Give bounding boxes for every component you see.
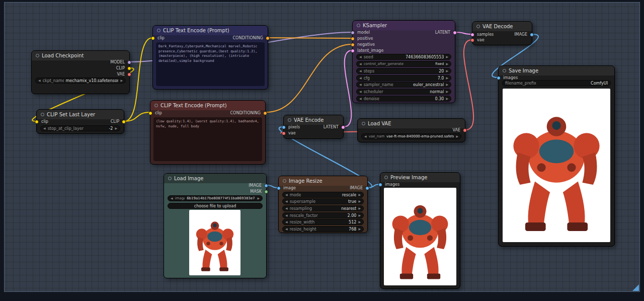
node-vae-encode[interactable]: VAE Encode pixels vae LATENT xyxy=(283,115,344,139)
node-header[interactable]: CLIP Text Encode (Prompt) xyxy=(150,101,265,110)
node-header[interactable]: Load Image xyxy=(164,174,266,183)
clip-output-port[interactable] xyxy=(127,66,131,70)
node-preview-image[interactable]: Preview Image images xyxy=(380,172,460,289)
resize-width-widget[interactable]: ◀ resize_width 512 ▶ xyxy=(282,219,364,225)
rescale-factor-widget[interactable]: ◀ rescale_factor 2.00 ▶ xyxy=(282,212,364,218)
sampler-name-widget[interactable]: ◀ sampler_name euler_ancestral ▶ xyxy=(356,82,451,88)
vae-output-port[interactable] xyxy=(127,72,131,77)
clip-input-port[interactable] xyxy=(148,111,152,115)
node-vae-decode[interactable]: VAE Decode samples vae IMAGE xyxy=(472,21,532,45)
arrow-right-icon[interactable]: ▶ xyxy=(358,226,361,232)
collapse-dot-icon[interactable] xyxy=(154,104,158,107)
arrow-right-icon[interactable]: ▶ xyxy=(120,78,123,84)
vae-output-port[interactable] xyxy=(463,128,467,132)
mask-output-port[interactable] xyxy=(264,190,268,194)
conditioning-output-port[interactable] xyxy=(266,36,270,40)
arrow-left-icon[interactable]: ◀ xyxy=(285,226,288,232)
arrow-left-icon[interactable]: ◀ xyxy=(364,133,367,139)
vae-input-port[interactable] xyxy=(470,38,474,42)
images-input-port[interactable] xyxy=(497,76,501,80)
arrow-left-icon[interactable]: ◀ xyxy=(359,75,362,81)
collapse-dot-icon[interactable] xyxy=(288,118,291,122)
steps-widget[interactable]: ◀ steps 20 ▶ xyxy=(356,68,451,74)
arrow-left-icon[interactable]: ◀ xyxy=(285,212,288,218)
resize-handle-icon[interactable] xyxy=(632,284,639,291)
arrow-right-icon[interactable]: ▶ xyxy=(358,192,361,198)
denoise-widget[interactable]: ◀ denoise 0.30 ▶ xyxy=(356,96,451,102)
arrow-left-icon[interactable]: ◀ xyxy=(285,219,288,225)
arrow-right-icon[interactable]: ▶ xyxy=(115,125,117,131)
node-header[interactable]: Image Resize xyxy=(279,176,367,186)
arrow-left-icon[interactable]: ◀ xyxy=(359,89,362,95)
node-load-image[interactable]: Load Image IMAGE MASK ◀ image 6b19a14b17… xyxy=(164,173,267,278)
node-clip-text-encode-negative[interactable]: CLIP Text Encode (Prompt) clip CONDITION… xyxy=(150,100,266,165)
arrow-left-icon[interactable]: ◀ xyxy=(285,192,288,198)
mode-widget[interactable]: ◀ mode rescale ▶ xyxy=(282,192,364,198)
collapse-dot-icon[interactable] xyxy=(283,179,286,183)
resize-height-widget[interactable]: ◀ resize_height 768 ▶ xyxy=(282,226,364,232)
control-after-generate-widget[interactable]: ◀ control_after_generate fixed ▶ xyxy=(356,61,451,67)
stop-at-clip-layer-widget[interactable]: ◀ stop_at_clip_layer -2 ▶ xyxy=(40,125,120,131)
collapse-dot-icon[interactable] xyxy=(357,24,360,27)
node-image-resize[interactable]: Image Resize image IMAGE ◀ mode rescale … xyxy=(278,176,368,233)
arrow-left-icon[interactable]: ◀ xyxy=(285,205,288,211)
node-header[interactable]: Preview Image xyxy=(380,173,460,182)
arrow-left-icon[interactable]: ◀ xyxy=(285,198,288,204)
clip-input-port[interactable] xyxy=(35,120,39,124)
node-clip-set-last-layer[interactable]: CLIP Set Last Layer clip CLIP ◀ stop_at_… xyxy=(36,109,124,134)
vae-name-widget[interactable]: ◀ vae_name vae-ft-mse-840000-ema-pruned.… xyxy=(361,133,461,139)
vae-input-port[interactable] xyxy=(282,131,286,135)
arrow-left-icon[interactable]: ◀ xyxy=(38,78,41,84)
negative-prompt-textarea[interactable]: (low quality:1.4), (worst quality:1.4), … xyxy=(153,117,262,161)
node-ksampler[interactable]: KSampler model positive negative latent_… xyxy=(352,20,455,103)
node-save-image[interactable]: Save Image images filename_prefix ComfyU… xyxy=(498,65,615,247)
samples-input-port[interactable] xyxy=(470,33,474,37)
arrow-right-icon[interactable]: ▶ xyxy=(358,198,361,204)
collapse-dot-icon[interactable] xyxy=(503,69,506,72)
arrow-left-icon[interactable]: ◀ xyxy=(359,96,362,102)
seed-widget[interactable]: ◀ seed 746366083605553 ▶ xyxy=(356,54,451,60)
positive-input-port[interactable] xyxy=(351,37,355,41)
filename-prefix-widget[interactable]: filename_prefix ComfyUI xyxy=(502,80,611,86)
collapse-dot-icon[interactable] xyxy=(168,177,172,180)
node-header[interactable]: Save Image xyxy=(499,66,614,76)
latent-image-input-port[interactable] xyxy=(351,49,355,53)
latent-output-port[interactable] xyxy=(341,125,345,129)
node-load-checkpoint[interactable]: Load Checkpoint MODEL CLIP VAE ◀ ckpt_na… xyxy=(31,50,130,94)
node-header[interactable]: CLIP Text Encode (Prompt) xyxy=(153,26,268,35)
collapse-dot-icon[interactable] xyxy=(36,54,39,57)
arrow-left-icon[interactable]: ◀ xyxy=(359,61,362,67)
arrow-right-icon[interactable]: ▶ xyxy=(358,219,361,225)
arrow-right-icon[interactable]: ▶ xyxy=(446,75,448,81)
arrow-right-icon[interactable]: ▶ xyxy=(446,96,448,102)
positive-prompt-textarea[interactable]: Dark_Fantasy,Cyberpunk,Mechanical marvel… xyxy=(156,42,265,86)
image-output-port[interactable] xyxy=(365,186,369,190)
clip-input-port[interactable] xyxy=(151,36,155,40)
supersample-widget[interactable]: ◀ supersample true ▶ xyxy=(282,198,364,204)
node-header[interactable]: CLIP Set Last Layer xyxy=(37,110,124,119)
choose-file-button[interactable]: choose file to upload xyxy=(168,203,263,209)
image-filename-widget[interactable]: ◀ image 6b19a14b17be808774f11ba869383e7c… xyxy=(168,195,263,201)
collapse-dot-icon[interactable] xyxy=(384,176,388,179)
pixels-input-port[interactable] xyxy=(282,125,286,129)
model-input-port[interactable] xyxy=(351,31,355,35)
arrow-right-icon[interactable]: ▶ xyxy=(446,89,448,95)
latent-output-port[interactable] xyxy=(453,31,457,35)
collapse-dot-icon[interactable] xyxy=(41,113,44,116)
arrow-left-icon[interactable]: ◀ xyxy=(359,68,362,74)
node-header[interactable]: VAE Decode xyxy=(472,22,532,31)
image-output-port[interactable] xyxy=(530,33,534,37)
arrow-right-icon[interactable]: ▶ xyxy=(358,205,361,211)
images-input-port[interactable] xyxy=(378,183,382,187)
arrow-left-icon[interactable]: ◀ xyxy=(359,82,362,88)
arrow-right-icon[interactable]: ▶ xyxy=(456,133,458,139)
node-header[interactable]: Load VAE xyxy=(358,119,465,128)
arrow-left-icon[interactable]: ◀ xyxy=(359,54,362,60)
cfg-widget[interactable]: ◀ cfg 7.0 ▶ xyxy=(356,75,451,81)
resampling-widget[interactable]: ◀ resampling nearest ▶ xyxy=(282,205,364,211)
arrow-right-icon[interactable]: ▶ xyxy=(446,68,448,74)
collapse-dot-icon[interactable] xyxy=(157,29,160,32)
collapse-dot-icon[interactable] xyxy=(476,25,480,28)
negative-input-port[interactable] xyxy=(351,43,355,47)
arrow-right-icon[interactable]: ▶ xyxy=(446,54,448,60)
